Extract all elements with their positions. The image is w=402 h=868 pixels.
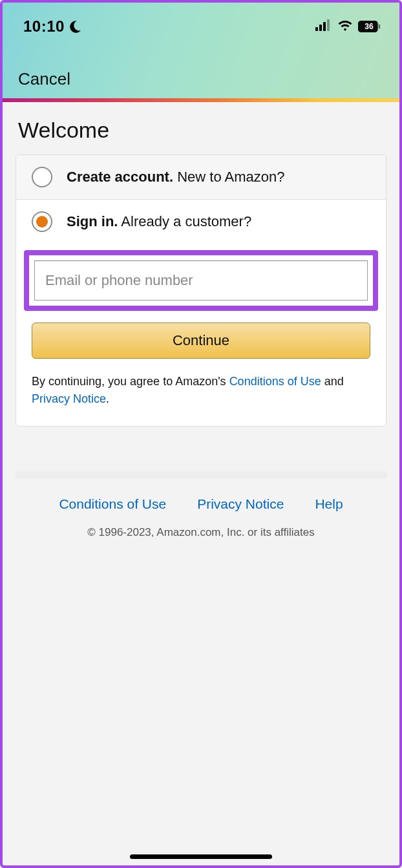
- form-area: Continue By continuing, you agree to Ama…: [16, 250, 386, 426]
- battery-percent-text: 36: [358, 22, 380, 31]
- legal-text: By continuing, you agree to Amazon's Con…: [32, 373, 370, 408]
- svg-rect-1: [319, 25, 322, 31]
- annotation-highlight: [24, 250, 378, 311]
- status-left: 10:10: [23, 17, 83, 36]
- footer-shadow: [16, 452, 386, 478]
- wifi-icon: [337, 19, 353, 34]
- footer-links: Conditions of Use Privacy Notice Help: [16, 496, 386, 512]
- radio-unchecked-icon: [32, 167, 52, 187]
- sign-in-label: Sign in. Already a customer?: [67, 213, 251, 230]
- do-not-disturb-moon-icon: [69, 19, 83, 34]
- create-account-rest: New to Amazon?: [173, 169, 284, 185]
- sign-in-bold: Sign in.: [67, 213, 118, 229]
- status-bar: 10:10: [3, 3, 399, 41]
- cellular-signal-icon: [315, 19, 332, 34]
- page-title: Welcome: [18, 118, 384, 143]
- privacy-notice-link[interactable]: Privacy Notice: [32, 392, 106, 405]
- footer-help-link[interactable]: Help: [315, 496, 343, 512]
- legal-period: .: [106, 392, 109, 405]
- create-account-bold: Create account.: [67, 169, 173, 185]
- footer-conditions-link[interactable]: Conditions of Use: [59, 496, 166, 512]
- svg-rect-3: [327, 19, 330, 31]
- page-body: Welcome Create account. New to Amazon? S…: [3, 102, 399, 539]
- radio-inner-dot: [36, 216, 48, 228]
- legal-prefix: By continuing, you agree to Amazon's: [32, 375, 229, 388]
- footer-privacy-link[interactable]: Privacy Notice: [197, 496, 284, 512]
- status-right: 36: [315, 19, 381, 34]
- continue-button[interactable]: Continue: [32, 323, 370, 359]
- conditions-of-use-link[interactable]: Conditions of Use: [229, 375, 321, 388]
- header-gradient: 10:10: [3, 3, 399, 98]
- copyright-text: © 1996-2023, Amazon.com, Inc. or its aff…: [16, 526, 386, 539]
- screen-frame: 10:10: [0, 0, 402, 868]
- auth-card: Create account. New to Amazon? Sign in. …: [16, 154, 386, 427]
- sign-in-option[interactable]: Sign in. Already a customer?: [16, 200, 386, 244]
- svg-rect-0: [315, 27, 318, 31]
- nav-row: Cancel: [18, 69, 70, 89]
- radio-checked-icon: [32, 211, 52, 232]
- create-account-option[interactable]: Create account. New to Amazon?: [16, 155, 386, 200]
- legal-and: and: [321, 375, 344, 388]
- home-indicator[interactable]: [130, 854, 272, 859]
- battery-icon: 36: [358, 21, 381, 32]
- status-time: 10:10: [23, 17, 65, 36]
- cancel-button[interactable]: Cancel: [18, 69, 70, 89]
- create-account-label: Create account. New to Amazon?: [67, 169, 285, 185]
- sign-in-rest: Already a customer?: [118, 213, 251, 229]
- email-or-phone-input[interactable]: [34, 260, 368, 301]
- svg-rect-2: [323, 22, 326, 31]
